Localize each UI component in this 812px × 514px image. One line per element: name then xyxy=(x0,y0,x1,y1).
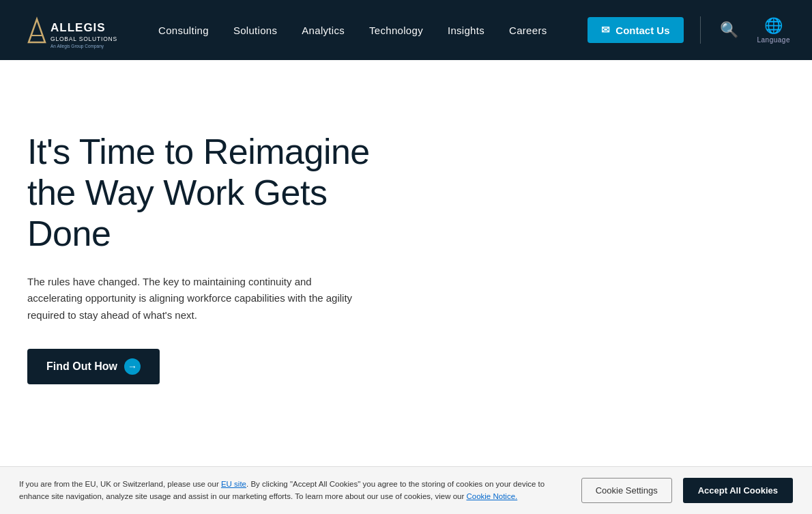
arrow-icon: → xyxy=(124,358,141,375)
contact-label: Contact Us xyxy=(615,25,669,36)
cta-label: Find Out How xyxy=(46,360,117,373)
envelope-icon: ✉ xyxy=(601,24,610,36)
hero-section: It's Time to Reimagine the Way Work Gets… xyxy=(0,60,812,442)
hero-content: It's Time to Reimagine the Way Work Gets… xyxy=(0,60,409,442)
svg-text:ALLEGIS: ALLEGIS xyxy=(50,21,106,34)
nav-link-consulting[interactable]: Consulting xyxy=(158,25,209,36)
eu-site-link[interactable]: EU site xyxy=(221,480,246,488)
cookie-actions: Cookie Settings Accept All Cookies xyxy=(581,478,793,503)
cookie-text: If you are from the EU, UK or Switzerlan… xyxy=(19,479,565,503)
cookie-accept-button[interactable]: Accept All Cookies xyxy=(683,478,793,503)
svg-text:An Allegis Group Company: An Allegis Group Company xyxy=(50,44,104,49)
language-label: Language xyxy=(757,36,791,44)
nav-link-analytics[interactable]: Analytics xyxy=(302,25,345,36)
hero-subtitle: The rules have changed. The key to maint… xyxy=(27,274,355,324)
find-out-how-button[interactable]: Find Out How → xyxy=(27,349,160,384)
nav-link-solutions[interactable]: Solutions xyxy=(233,25,277,36)
logo[interactable]: ALLEGIS GLOBAL SOLUTIONS An Allegis Grou… xyxy=(16,10,126,51)
cookie-banner: If you are from the EU, UK or Switzerlan… xyxy=(0,466,812,514)
nav-links: Consulting Solutions Analytics Technolog… xyxy=(158,25,588,36)
search-icon: 🔍 xyxy=(720,21,738,39)
cookie-notice-link[interactable]: Cookie Notice. xyxy=(466,492,517,500)
svg-text:GLOBAL SOLUTIONS: GLOBAL SOLUTIONS xyxy=(50,35,117,42)
nav-divider xyxy=(700,16,701,44)
cookie-text-before: If you are from the EU, UK or Switzerlan… xyxy=(19,480,221,488)
nav-link-careers[interactable]: Careers xyxy=(509,25,547,36)
globe-icon: 🌐 xyxy=(764,17,783,35)
navigation: ALLEGIS GLOBAL SOLUTIONS An Allegis Grou… xyxy=(0,0,812,60)
contact-button[interactable]: ✉ Contact Us xyxy=(588,17,683,43)
hero-title: It's Time to Reimagine the Way Work Gets… xyxy=(27,132,382,254)
svg-marker-0 xyxy=(29,19,45,42)
cookie-settings-button[interactable]: Cookie Settings xyxy=(581,478,672,503)
search-button[interactable]: 🔍 xyxy=(717,18,741,42)
nav-right: ✉ Contact Us 🔍 🌐 Language xyxy=(588,14,796,46)
nav-link-insights[interactable]: Insights xyxy=(448,25,484,36)
language-button[interactable]: 🌐 Language xyxy=(752,14,796,46)
nav-link-technology[interactable]: Technology xyxy=(369,25,423,36)
